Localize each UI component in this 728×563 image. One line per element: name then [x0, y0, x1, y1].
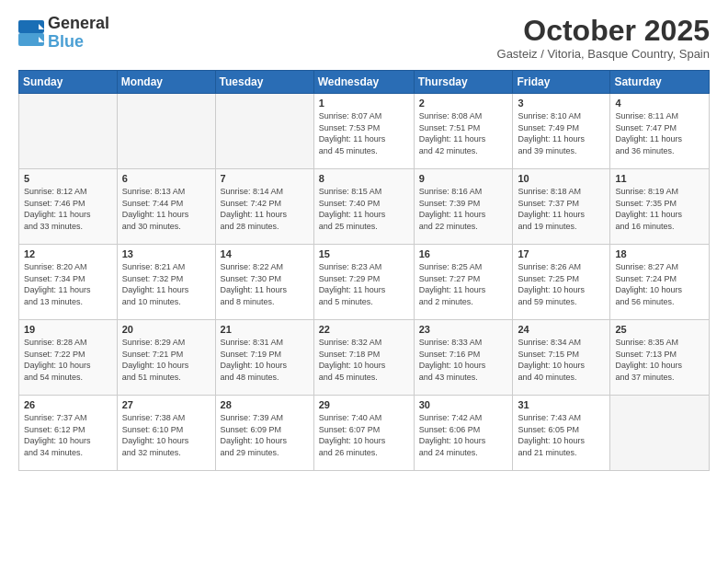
- calendar-cell: 30Sunrise: 7:42 AM Sunset: 6:06 PM Dayli…: [414, 396, 513, 471]
- day-info: Sunrise: 8:22 AM Sunset: 7:30 PM Dayligh…: [221, 261, 309, 307]
- day-number: 12: [24, 248, 112, 259]
- day-number: 28: [221, 399, 309, 410]
- day-number: 8: [319, 173, 409, 184]
- calendar-week-1: 1Sunrise: 8:07 AM Sunset: 7:53 PM Daylig…: [19, 94, 710, 169]
- day-info: Sunrise: 8:20 AM Sunset: 7:34 PM Dayligh…: [24, 261, 112, 307]
- day-info: Sunrise: 8:08 AM Sunset: 7:51 PM Dayligh…: [419, 110, 508, 156]
- calendar-cell: 13Sunrise: 8:21 AM Sunset: 7:32 PM Dayli…: [117, 245, 215, 320]
- calendar-cell: 1Sunrise: 8:07 AM Sunset: 7:53 PM Daylig…: [313, 94, 414, 169]
- calendar-cell: 16Sunrise: 8:25 AM Sunset: 7:27 PM Dayli…: [414, 245, 513, 320]
- day-info: Sunrise: 8:13 AM Sunset: 7:44 PM Dayligh…: [122, 186, 210, 232]
- day-info: Sunrise: 8:21 AM Sunset: 7:32 PM Dayligh…: [122, 261, 210, 307]
- day-number: 1: [319, 98, 409, 109]
- logo-line2: Blue: [48, 33, 109, 52]
- col-thursday: Thursday: [414, 71, 513, 94]
- calendar-cell: 23Sunrise: 8:33 AM Sunset: 7:16 PM Dayli…: [414, 320, 513, 396]
- col-sunday: Sunday: [19, 71, 118, 94]
- day-number: 24: [518, 324, 605, 335]
- calendar-cell: 27Sunrise: 7:38 AM Sunset: 6:10 PM Dayli…: [117, 396, 215, 471]
- day-info: Sunrise: 8:32 AM Sunset: 7:18 PM Dayligh…: [319, 337, 409, 383]
- day-info: Sunrise: 8:28 AM Sunset: 7:22 PM Dayligh…: [24, 337, 112, 383]
- day-info: Sunrise: 8:31 AM Sunset: 7:19 PM Dayligh…: [221, 337, 309, 383]
- location: Gasteiz / Vitoria, Basque Country, Spain: [497, 47, 710, 61]
- day-number: 14: [221, 248, 309, 259]
- col-friday: Friday: [513, 71, 610, 94]
- day-info: Sunrise: 8:34 AM Sunset: 7:15 PM Dayligh…: [518, 337, 605, 383]
- calendar-cell: [19, 94, 118, 169]
- calendar-cell: 18Sunrise: 8:27 AM Sunset: 7:24 PM Dayli…: [610, 245, 710, 320]
- day-number: 3: [518, 98, 605, 109]
- calendar-page: General Blue October 2025 Gasteiz / Vito…: [0, 0, 728, 563]
- calendar-week-4: 19Sunrise: 8:28 AM Sunset: 7:22 PM Dayli…: [19, 320, 710, 396]
- day-number: 9: [419, 173, 508, 184]
- day-number: 20: [122, 324, 210, 335]
- day-number: 27: [122, 399, 210, 410]
- day-info: Sunrise: 8:10 AM Sunset: 7:49 PM Dayligh…: [518, 110, 605, 156]
- day-info: Sunrise: 7:42 AM Sunset: 6:06 PM Dayligh…: [419, 412, 508, 458]
- day-number: 23: [419, 324, 508, 335]
- day-number: 18: [615, 248, 704, 259]
- calendar-cell: 24Sunrise: 8:34 AM Sunset: 7:15 PM Dayli…: [513, 320, 610, 396]
- day-info: Sunrise: 7:43 AM Sunset: 6:05 PM Dayligh…: [518, 412, 605, 458]
- logo-icon: [18, 20, 44, 46]
- day-info: Sunrise: 8:23 AM Sunset: 7:29 PM Dayligh…: [319, 261, 409, 307]
- day-info: Sunrise: 7:37 AM Sunset: 6:12 PM Dayligh…: [24, 412, 112, 458]
- calendar-cell: 12Sunrise: 8:20 AM Sunset: 7:34 PM Dayli…: [19, 245, 118, 320]
- day-info: Sunrise: 8:25 AM Sunset: 7:27 PM Dayligh…: [419, 261, 508, 307]
- day-number: 2: [419, 98, 508, 109]
- day-number: 30: [419, 399, 508, 410]
- calendar-cell: 8Sunrise: 8:15 AM Sunset: 7:40 PM Daylig…: [313, 169, 414, 245]
- day-info: Sunrise: 8:12 AM Sunset: 7:46 PM Dayligh…: [24, 186, 112, 232]
- day-number: 11: [615, 173, 704, 184]
- col-monday: Monday: [117, 71, 215, 94]
- calendar-cell: 22Sunrise: 8:32 AM Sunset: 7:18 PM Dayli…: [313, 320, 414, 396]
- day-number: 19: [24, 324, 112, 335]
- calendar-cell: 2Sunrise: 8:08 AM Sunset: 7:51 PM Daylig…: [414, 94, 513, 169]
- calendar-cell: 9Sunrise: 8:16 AM Sunset: 7:39 PM Daylig…: [414, 169, 513, 245]
- calendar-cell: 15Sunrise: 8:23 AM Sunset: 7:29 PM Dayli…: [313, 245, 414, 320]
- col-saturday: Saturday: [610, 71, 710, 94]
- day-info: Sunrise: 8:14 AM Sunset: 7:42 PM Dayligh…: [221, 186, 309, 232]
- day-number: 10: [518, 173, 605, 184]
- calendar-cell: 11Sunrise: 8:19 AM Sunset: 7:35 PM Dayli…: [610, 169, 710, 245]
- calendar-cell: 6Sunrise: 8:13 AM Sunset: 7:44 PM Daylig…: [117, 169, 215, 245]
- day-info: Sunrise: 8:07 AM Sunset: 7:53 PM Dayligh…: [319, 110, 409, 156]
- day-number: 16: [419, 248, 508, 259]
- calendar-cell: 5Sunrise: 8:12 AM Sunset: 7:46 PM Daylig…: [19, 169, 118, 245]
- day-info: Sunrise: 8:19 AM Sunset: 7:35 PM Dayligh…: [615, 186, 704, 232]
- day-number: 17: [518, 248, 605, 259]
- day-info: Sunrise: 7:38 AM Sunset: 6:10 PM Dayligh…: [122, 412, 210, 458]
- calendar-table: Sunday Monday Tuesday Wednesday Thursday…: [18, 70, 710, 471]
- day-number: 15: [319, 248, 409, 259]
- day-info: Sunrise: 8:18 AM Sunset: 7:37 PM Dayligh…: [518, 186, 605, 232]
- calendar-cell: 14Sunrise: 8:22 AM Sunset: 7:30 PM Dayli…: [215, 245, 313, 320]
- day-info: Sunrise: 8:33 AM Sunset: 7:16 PM Dayligh…: [419, 337, 508, 383]
- day-number: 7: [221, 173, 309, 184]
- calendar-cell: 17Sunrise: 8:26 AM Sunset: 7:25 PM Dayli…: [513, 245, 610, 320]
- day-number: 4: [615, 98, 704, 109]
- day-info: Sunrise: 7:39 AM Sunset: 6:09 PM Dayligh…: [221, 412, 309, 458]
- calendar-cell: 19Sunrise: 8:28 AM Sunset: 7:22 PM Dayli…: [19, 320, 118, 396]
- calendar-cell: 7Sunrise: 8:14 AM Sunset: 7:42 PM Daylig…: [215, 169, 313, 245]
- logo-line1: General: [48, 15, 109, 33]
- calendar-cell: 29Sunrise: 7:40 AM Sunset: 6:07 PM Dayli…: [313, 396, 414, 471]
- day-info: Sunrise: 7:40 AM Sunset: 6:07 PM Dayligh…: [319, 412, 409, 458]
- calendar-cell: 31Sunrise: 7:43 AM Sunset: 6:05 PM Dayli…: [513, 396, 610, 471]
- day-info: Sunrise: 8:15 AM Sunset: 7:40 PM Dayligh…: [319, 186, 409, 232]
- day-info: Sunrise: 8:16 AM Sunset: 7:39 PM Dayligh…: [419, 186, 508, 232]
- calendar-cell: 25Sunrise: 8:35 AM Sunset: 7:13 PM Dayli…: [610, 320, 710, 396]
- calendar-cell: [117, 94, 215, 169]
- calendar-week-3: 12Sunrise: 8:20 AM Sunset: 7:34 PM Dayli…: [19, 245, 710, 320]
- header-row: Sunday Monday Tuesday Wednesday Thursday…: [19, 71, 710, 94]
- day-info: Sunrise: 8:27 AM Sunset: 7:24 PM Dayligh…: [615, 261, 704, 307]
- day-number: 25: [615, 324, 704, 335]
- day-info: Sunrise: 8:26 AM Sunset: 7:25 PM Dayligh…: [518, 261, 605, 307]
- day-number: 5: [24, 173, 112, 184]
- day-number: 26: [24, 399, 112, 410]
- title-block: October 2025 Gasteiz / Vitoria, Basque C…: [497, 15, 710, 61]
- day-number: 6: [122, 173, 210, 184]
- day-info: Sunrise: 8:35 AM Sunset: 7:13 PM Dayligh…: [615, 337, 704, 383]
- calendar-cell: [610, 396, 710, 471]
- logo: General Blue: [18, 15, 109, 52]
- calendar-cell: 28Sunrise: 7:39 AM Sunset: 6:09 PM Dayli…: [215, 396, 313, 471]
